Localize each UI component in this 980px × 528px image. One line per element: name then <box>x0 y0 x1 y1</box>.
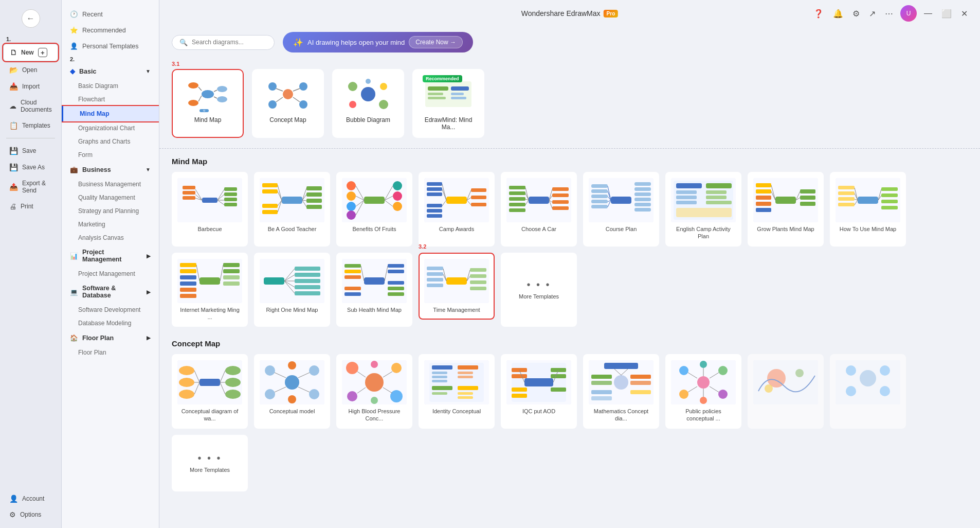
mid-section-business[interactable]: 💼 Business ▼ <box>62 162 159 178</box>
sidebar-item-account[interactable]: 👤 Account <box>3 491 58 506</box>
template-good-teacher[interactable]: Be A Good Teacher <box>254 172 330 247</box>
svg-rect-198 <box>295 291 320 295</box>
svg-rect-121 <box>591 184 608 188</box>
svg-rect-139 <box>676 183 702 188</box>
svg-rect-31 <box>451 93 464 95</box>
mid-section-software[interactable]: 💻 Software & Database ▶ <box>62 280 159 303</box>
template-camp-awards[interactable]: Camp Awards <box>419 172 495 247</box>
mid-sub-form[interactable]: Form <box>62 148 159 162</box>
sidebar-item-options[interactable]: ⚙ Options <box>3 507 58 522</box>
personal-icon: 👤 <box>70 42 78 50</box>
more-icon[interactable]: ⋯ <box>883 7 895 21</box>
svg-point-13 <box>299 82 307 91</box>
mid-sub-business-mgmt-label: Business Management <box>78 181 141 188</box>
search-input[interactable] <box>192 39 267 46</box>
mid-sidebar: 🕐 Recent ⭐ Recommended 👤 Personal Templa… <box>62 0 159 528</box>
mid-sub-strategy[interactable]: Strategy and Planning <box>62 204 159 218</box>
template-iqc-aod[interactable]: IQC put AOD <box>501 354 577 429</box>
svg-rect-303 <box>591 390 612 394</box>
diagram-type-edrawmind[interactable]: Recommended EdrawMind: Mind Ma... <box>412 69 484 138</box>
template-conceptual-model[interactable]: Conceptual model <box>254 354 330 429</box>
mid-sub-quality[interactable]: Quality Management <box>62 191 159 204</box>
ai-banner[interactable]: ✨ AI drawing helps open your mind Create… <box>283 32 473 52</box>
mid-section-floorplan[interactable]: 🏠 Floor Plan ▶ <box>62 330 159 346</box>
template-barbecue[interactable]: Barbecue <box>172 172 248 247</box>
sidebar-item-print[interactable]: 🖨 Print <box>3 199 58 214</box>
mid-sub-basic-diagram[interactable]: Basic Diagram <box>62 79 159 93</box>
template-public-policies[interactable]: Public policies conceptual ... <box>665 354 741 429</box>
sidebar-item-save-as-label: Save As <box>22 164 45 171</box>
mid-item-recent[interactable]: 🕐 Recent <box>62 6 159 22</box>
mid-sub-marketing[interactable]: Marketing <box>62 218 159 231</box>
svg-rect-300 <box>630 375 651 379</box>
sidebar-item-cloud[interactable]: ☁ Cloud Documents <box>3 95 58 117</box>
bell-icon[interactable]: 🔔 <box>831 7 845 21</box>
help-icon[interactable]: ❓ <box>811 7 826 21</box>
template-choose-car[interactable]: Choose A Car <box>501 172 577 247</box>
template-conceptual-wa[interactable]: Conceptual diagram of wa... <box>172 354 248 429</box>
share-icon[interactable]: ↗ <box>867 7 878 21</box>
mid-sub-flowchart[interactable]: Flowchart <box>62 93 159 106</box>
mid-sub-graphs[interactable]: Graphs and Charts <box>62 135 159 148</box>
svg-point-12 <box>268 82 277 91</box>
diagram-type-mind-map[interactable]: AI Mind Map <box>172 69 244 138</box>
mid-section-basic[interactable]: ◆ Basic ▼ <box>62 63 159 79</box>
sidebar-item-export[interactable]: 📤 Export & Send <box>3 176 58 198</box>
template-time-mgmt[interactable]: Time Management <box>419 253 495 320</box>
template-grow-plants[interactable]: Grow Plants Mind Map <box>748 172 824 247</box>
mid-sub-software-dev[interactable]: Software Development <box>62 303 159 316</box>
svg-point-264 <box>371 361 378 368</box>
template-blood-pressure[interactable]: High Blood Pressure Conc... <box>336 354 412 429</box>
svg-rect-273 <box>432 372 447 374</box>
sidebar-item-save-as[interactable]: 💾 Save As <box>3 160 58 175</box>
template-how-to-use[interactable]: How To Use Mind Map <box>830 172 906 247</box>
avatar[interactable]: U <box>900 5 917 22</box>
svg-point-311 <box>718 366 728 375</box>
template-partial-2[interactable] <box>830 354 906 429</box>
sidebar-item-open[interactable]: 📂 Open <box>3 62 58 78</box>
svg-rect-195 <box>295 273 320 277</box>
mind-map-type-label: Mind Map <box>194 116 222 124</box>
template-right-one[interactable]: Right One Mind Map <box>254 253 330 327</box>
more-mindmap-templates[interactable]: • • • More Templates <box>501 253 577 327</box>
sidebar-item-save[interactable]: 💾 Save <box>3 143 58 159</box>
minimize-icon[interactable]: — <box>922 7 934 20</box>
sidebar-item-import[interactable]: 📥 Import <box>3 79 58 94</box>
template-fruits[interactable]: Benefits Of Fruits <box>336 172 412 247</box>
template-internet-marketing[interactable]: Internet Marketing Ming ... <box>172 253 248 327</box>
sidebar-item-templates[interactable]: 📋 Templates <box>3 118 58 133</box>
back-button[interactable]: ← <box>22 9 40 28</box>
mid-sub-database[interactable]: Database Modeling <box>62 316 159 330</box>
diagram-type-bubble[interactable]: Bubble Diagram <box>332 69 404 138</box>
template-math-concept[interactable]: Mathematics Concept dia... <box>583 354 659 429</box>
svg-point-70 <box>347 191 356 201</box>
svg-point-260 <box>346 362 358 374</box>
mid-section-project[interactable]: 📊 Project Management ▶ <box>62 244 159 267</box>
mid-item-personal[interactable]: 👤 Personal Templates <box>62 38 159 54</box>
close-icon[interactable]: ✕ <box>959 7 970 21</box>
mid-sub-analysis[interactable]: Analysis Canvas <box>62 231 159 244</box>
settings-icon[interactable]: ⚙ <box>850 7 862 21</box>
mid-item-recommended[interactable]: ⭐ Recommended <box>62 22 159 38</box>
maximize-icon[interactable]: ⬜ <box>939 7 954 21</box>
ai-create-button[interactable]: Create Now → <box>409 36 463 48</box>
mid-sub-org-chart[interactable]: Organizational Chart <box>62 121 159 135</box>
sidebar-item-new[interactable]: 🗋 New + <box>3 44 58 61</box>
sidebar-item-print-label: Print <box>21 203 33 210</box>
search-box[interactable]: 🔍 <box>172 35 275 50</box>
mid-section-floorplan-label: Floor Plan <box>82 335 114 342</box>
svg-point-262 <box>347 391 357 401</box>
template-course-plan[interactable]: Course Plan <box>583 172 659 247</box>
mid-sub-project-mgmt[interactable]: Project Management <box>62 267 159 280</box>
mid-sub-floorplan[interactable]: Floor Plan <box>62 346 159 359</box>
mid-sub-mind-map[interactable]: Mind Map <box>62 106 159 121</box>
mid-sub-business-mgmt[interactable]: Business Management <box>62 178 159 191</box>
template-english-camp[interactable]: English Camp Activity Plan <box>665 172 741 247</box>
template-identity[interactable]: Identity Conceptual <box>419 354 495 429</box>
template-sub-health[interactable]: Sub Health Mind Map <box>336 253 412 327</box>
mid-section-software-label: Software & Database <box>82 285 142 299</box>
template-partial-1[interactable] <box>748 354 824 429</box>
more-concept-templates[interactable]: • • • More Templates <box>172 435 248 491</box>
diagram-type-concept-map[interactable]: Concept Map <box>252 69 324 138</box>
mid-sub-analysis-label: Analysis Canvas <box>78 234 124 241</box>
